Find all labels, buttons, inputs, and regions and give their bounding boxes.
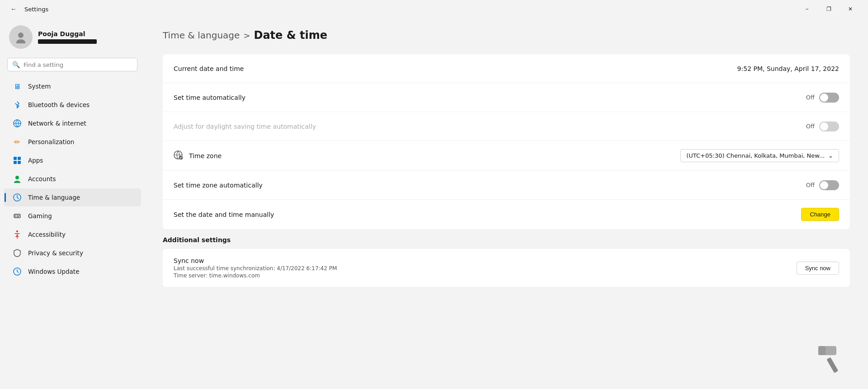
svg-rect-4	[18, 157, 21, 160]
sync-row: Sync now Last successful time synchroniz…	[163, 249, 850, 287]
row-label: Set time zone automatically	[174, 182, 263, 189]
svg-point-13	[16, 230, 18, 232]
sidebar-item-apps[interactable]: Apps	[4, 151, 141, 169]
svg-point-1	[16, 39, 25, 43]
sidebar-item-label: System	[28, 83, 51, 90]
search-box[interactable]: 🔍	[7, 58, 137, 71]
user-status-bar	[38, 39, 97, 44]
update-icon	[13, 267, 22, 276]
additional-settings: Additional settings Sync now Last succes…	[163, 236, 850, 287]
user-info: Pooja Duggal	[38, 30, 97, 44]
sync-section: Sync now Last successful time synchroniz…	[163, 249, 850, 287]
breadcrumb-parent[interactable]: Time & language	[163, 30, 240, 41]
breadcrumb-separator: >	[243, 31, 250, 40]
sidebar: Pooja Duggal 🔍 🖥 System	[0, 18, 145, 389]
sidebar-item-label: Accessibility	[28, 231, 66, 238]
svg-point-7	[15, 176, 19, 179]
sidebar-item-label: Bluetooth & devices	[28, 101, 90, 108]
user-name: Pooja Duggal	[38, 30, 97, 37]
sidebar-item-label: Time & language	[28, 194, 80, 201]
bluetooth-icon	[13, 100, 22, 109]
accounts-icon	[13, 174, 22, 183]
timezone-label: Time zone	[189, 152, 222, 159]
sidebar-item-network[interactable]: Network & internet	[4, 114, 141, 132]
privacy-icon	[13, 248, 22, 258]
svg-rect-6	[18, 161, 21, 164]
timezone-globe-icon	[174, 150, 183, 161]
row-timezone: Time zone (UTC+05:30) Chennai, Kolkata, …	[163, 141, 850, 171]
sidebar-item-time[interactable]: Time & language	[4, 188, 141, 206]
current-time-value: 9:52 PM, Sunday, April 17, 2022	[737, 65, 839, 72]
window-controls: − ❐ ✕	[797, 2, 861, 16]
hammer-icon	[814, 339, 850, 375]
timezone-left: Time zone	[174, 150, 222, 161]
row-set-timezone-auto: Set time zone automatically Off	[163, 171, 850, 200]
personalization-icon: ✏️	[13, 137, 22, 146]
set-timezone-auto-toggle[interactable]	[819, 180, 839, 190]
time-icon	[13, 193, 22, 202]
row-daylight-saving: Adjust for daylight saving time automati…	[163, 112, 850, 141]
row-current-time: Current date and time 9:52 PM, Sunday, A…	[163, 54, 850, 83]
sidebar-item-gaming[interactable]: Gaming	[4, 207, 141, 225]
sidebar-item-update[interactable]: Windows Update	[4, 262, 141, 281]
sidebar-item-label: Network & internet	[28, 120, 86, 127]
svg-point-0	[18, 33, 24, 38]
svg-point-12	[19, 216, 20, 217]
change-button[interactable]: Change	[801, 208, 839, 221]
toggle-right: Off	[806, 180, 839, 190]
main-layout: Pooja Duggal 🔍 🖥 System	[0, 18, 868, 389]
apps-icon	[13, 156, 22, 165]
sidebar-nav: 🖥 System Bluetooth & devices	[0, 77, 145, 281]
sidebar-item-label: Windows Update	[28, 268, 79, 275]
toggle-label-off: Off	[806, 123, 815, 130]
sidebar-item-bluetooth[interactable]: Bluetooth & devices	[4, 96, 141, 114]
sync-last: Last successful time synchronization: 4/…	[174, 265, 337, 272]
sidebar-item-label: Gaming	[28, 212, 52, 220]
title-bar-left: ← Settings	[7, 3, 48, 15]
sync-info: Sync now Last successful time synchroniz…	[174, 257, 337, 279]
row-label-muted: Adjust for daylight saving time automati…	[174, 123, 316, 130]
svg-point-11	[18, 215, 19, 216]
svg-rect-5	[14, 161, 17, 164]
system-icon: 🖥	[13, 82, 22, 91]
sidebar-item-accounts[interactable]: Accounts	[4, 170, 141, 188]
toggle-right: Off	[806, 93, 839, 103]
sidebar-item-label: Apps	[28, 157, 43, 164]
svg-rect-19	[818, 346, 826, 355]
back-button[interactable]: ←	[7, 3, 20, 15]
sync-now-button[interactable]: Sync now	[797, 262, 839, 275]
daylight-saving-toggle[interactable]	[819, 122, 839, 131]
sidebar-item-label: Personalization	[28, 138, 74, 145]
close-button[interactable]: ✕	[840, 2, 861, 16]
toggle-right: Off	[806, 122, 839, 131]
sidebar-item-label: Accounts	[28, 175, 56, 183]
row-set-time-auto: Set time automatically Off	[163, 83, 850, 112]
sidebar-item-privacy[interactable]: Privacy & security	[4, 244, 141, 262]
chevron-down-icon: ⌄	[828, 152, 833, 159]
accessibility-icon	[13, 230, 22, 239]
additional-header: Additional settings	[163, 236, 850, 244]
gaming-icon	[13, 211, 22, 220]
maximize-button[interactable]: ❐	[818, 2, 839, 16]
svg-rect-17	[826, 357, 838, 373]
row-label: Current date and time	[174, 65, 244, 72]
sync-server: Time server: time.windows.com	[174, 272, 337, 279]
timezone-dropdown[interactable]: (UTC+05:30) Chennai, Kolkata, Mumbai, Ne…	[680, 149, 839, 162]
user-profile[interactable]: Pooja Duggal	[0, 18, 145, 54]
toggle-label-off: Off	[806, 94, 815, 101]
set-time-auto-toggle[interactable]	[819, 93, 839, 103]
sidebar-item-system[interactable]: 🖥 System	[4, 77, 141, 95]
app-title: Settings	[24, 6, 48, 13]
row-set-manual: Set the date and time manually Change	[163, 200, 850, 229]
sidebar-item-label: Privacy & security	[28, 249, 83, 257]
search-input[interactable]	[24, 61, 132, 68]
svg-rect-3	[14, 157, 17, 160]
sidebar-item-accessibility[interactable]: Accessibility	[4, 225, 141, 244]
avatar	[9, 25, 33, 49]
breadcrumb: Time & language > Date & time	[163, 29, 850, 42]
toggle-label-off: Off	[806, 182, 815, 188]
sidebar-item-personalization[interactable]: ✏️ Personalization	[4, 133, 141, 151]
svg-point-16	[179, 155, 183, 159]
row-label: Set time automatically	[174, 94, 245, 101]
minimize-button[interactable]: −	[797, 2, 817, 16]
